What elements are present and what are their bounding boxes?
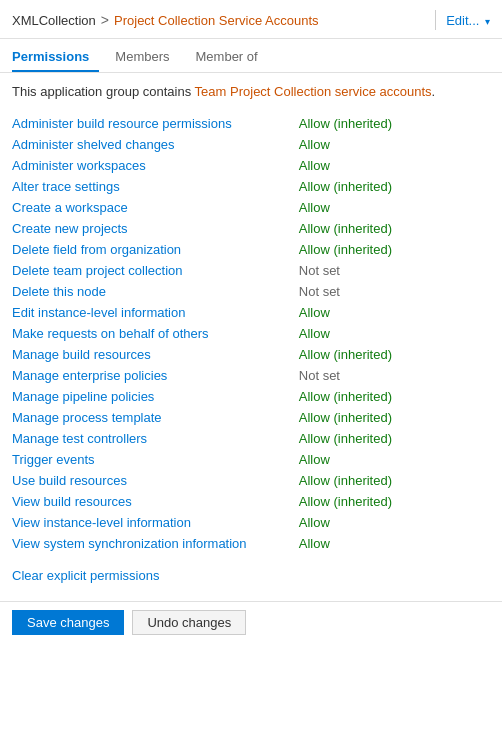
- info-suffix: .: [432, 84, 436, 99]
- table-row: Trigger eventsAllow: [12, 449, 490, 470]
- permission-value: Allow: [299, 134, 490, 155]
- permission-value: Allow (inherited): [299, 386, 490, 407]
- permission-name[interactable]: Delete this node: [12, 281, 299, 302]
- permission-name[interactable]: Administer build resource permissions: [12, 113, 299, 134]
- permissions-table: Administer build resource permissionsAll…: [12, 113, 490, 554]
- permission-value: Allow: [299, 155, 490, 176]
- permission-value: Allow (inherited): [299, 344, 490, 365]
- tab-permissions[interactable]: Permissions: [12, 43, 99, 72]
- permission-value: Allow (inherited): [299, 428, 490, 449]
- breadcrumb-collection: XMLCollection: [12, 13, 96, 28]
- breadcrumb-separator: >: [101, 12, 109, 28]
- permission-value: Allow: [299, 197, 490, 218]
- permission-value: Allow: [299, 512, 490, 533]
- permission-value: Allow (inherited): [299, 491, 490, 512]
- permission-value: Not set: [299, 281, 490, 302]
- info-highlight: Team Project Collection service accounts: [195, 84, 432, 99]
- table-row: Manage build resourcesAllow (inherited): [12, 344, 490, 365]
- save-button[interactable]: Save changes: [12, 610, 124, 635]
- table-row: View system synchronization informationA…: [12, 533, 490, 554]
- info-text: This application group contains Team Pro…: [12, 83, 490, 101]
- table-row: Manage test controllersAllow (inherited): [12, 428, 490, 449]
- permission-value: Allow (inherited): [299, 239, 490, 260]
- tab-member-of[interactable]: Member of: [196, 43, 268, 72]
- table-row: Create new projectsAllow (inherited): [12, 218, 490, 239]
- permission-name[interactable]: Manage build resources: [12, 344, 299, 365]
- table-row: Manage enterprise policiesNot set: [12, 365, 490, 386]
- undo-button[interactable]: Undo changes: [132, 610, 246, 635]
- permission-name[interactable]: Administer workspaces: [12, 155, 299, 176]
- permission-name[interactable]: View instance-level information: [12, 512, 299, 533]
- permission-name[interactable]: View system synchronization information: [12, 533, 299, 554]
- table-row: Alter trace settingsAllow (inherited): [12, 176, 490, 197]
- permission-value: Not set: [299, 365, 490, 386]
- permission-name[interactable]: Trigger events: [12, 449, 299, 470]
- table-row: Use build resourcesAllow (inherited): [12, 470, 490, 491]
- table-row: Administer workspacesAllow: [12, 155, 490, 176]
- edit-button[interactable]: Edit... ▾: [446, 13, 490, 28]
- table-row: View build resourcesAllow (inherited): [12, 491, 490, 512]
- main-content: This application group contains Team Pro…: [0, 73, 502, 593]
- permission-value: Allow (inherited): [299, 176, 490, 197]
- permission-name[interactable]: Create new projects: [12, 218, 299, 239]
- page-header: XMLCollection > Project Collection Servi…: [0, 0, 502, 39]
- permission-name[interactable]: Manage pipeline policies: [12, 386, 299, 407]
- permission-name[interactable]: Use build resources: [12, 470, 299, 491]
- permission-name[interactable]: Alter trace settings: [12, 176, 299, 197]
- table-row: Edit instance-level informationAllow: [12, 302, 490, 323]
- permission-value: Allow: [299, 533, 490, 554]
- permission-name[interactable]: View build resources: [12, 491, 299, 512]
- dropdown-icon: ▾: [485, 16, 490, 27]
- clear-permissions-link[interactable]: Clear explicit permissions: [12, 568, 159, 583]
- permission-value: Allow: [299, 302, 490, 323]
- table-row: Delete team project collectionNot set: [12, 260, 490, 281]
- permission-name[interactable]: Delete team project collection: [12, 260, 299, 281]
- permission-value: Allow (inherited): [299, 113, 490, 134]
- table-row: Manage pipeline policiesAllow (inherited…: [12, 386, 490, 407]
- permission-value: Allow (inherited): [299, 218, 490, 239]
- permission-name[interactable]: Manage process template: [12, 407, 299, 428]
- permission-name[interactable]: Edit instance-level information: [12, 302, 299, 323]
- permission-name[interactable]: Manage enterprise policies: [12, 365, 299, 386]
- header-divider: [435, 10, 436, 30]
- permission-name[interactable]: Manage test controllers: [12, 428, 299, 449]
- permission-value: Allow (inherited): [299, 407, 490, 428]
- permission-name[interactable]: Create a workspace: [12, 197, 299, 218]
- permission-value: Allow: [299, 323, 490, 344]
- permission-name[interactable]: Delete field from organization: [12, 239, 299, 260]
- breadcrumb: XMLCollection > Project Collection Servi…: [12, 12, 425, 28]
- permission-name[interactable]: Make requests on behalf of others: [12, 323, 299, 344]
- table-row: View instance-level informationAllow: [12, 512, 490, 533]
- table-row: Delete this nodeNot set: [12, 281, 490, 302]
- table-row: Administer build resource permissionsAll…: [12, 113, 490, 134]
- table-row: Create a workspaceAllow: [12, 197, 490, 218]
- info-prefix: This application group contains: [12, 84, 195, 99]
- table-row: Administer shelved changesAllow: [12, 134, 490, 155]
- breadcrumb-current-page: Project Collection Service Accounts: [114, 13, 318, 28]
- table-row: Manage process templateAllow (inherited): [12, 407, 490, 428]
- permission-value: Allow: [299, 449, 490, 470]
- permission-value: Allow (inherited): [299, 470, 490, 491]
- permission-value: Not set: [299, 260, 490, 281]
- tab-members[interactable]: Members: [115, 43, 179, 72]
- permission-name[interactable]: Administer shelved changes: [12, 134, 299, 155]
- footer-buttons: Save changes Undo changes: [0, 601, 502, 643]
- tabs-bar: Permissions Members Member of: [0, 43, 502, 73]
- table-row: Delete field from organizationAllow (inh…: [12, 239, 490, 260]
- table-row: Make requests on behalf of othersAllow: [12, 323, 490, 344]
